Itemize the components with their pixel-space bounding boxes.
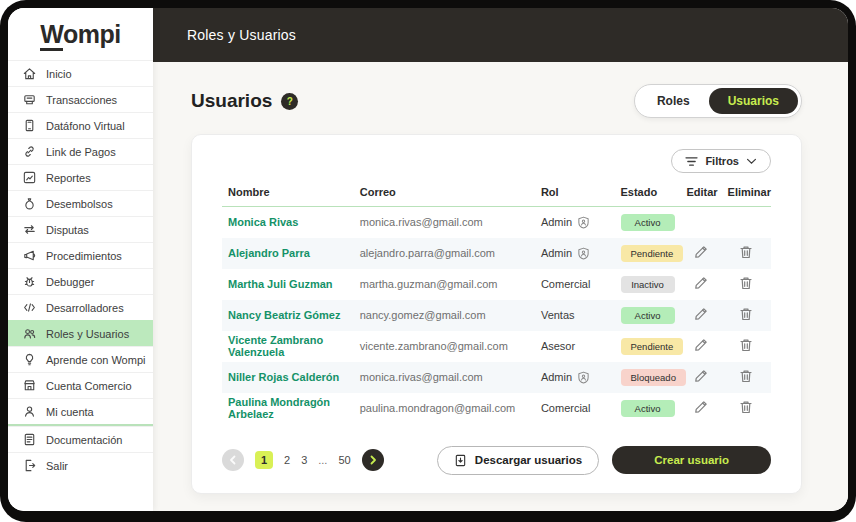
developers-icon: [22, 300, 37, 315]
user-name[interactable]: Alejandro Parra: [228, 247, 310, 259]
delete-button[interactable]: [737, 274, 755, 295]
table-row: Vicente Zambrano Valenzuela vicente.zamb…: [222, 331, 771, 362]
user-email: vicente.zambrano@gmail.com: [360, 340, 508, 352]
top-bar-title: Roles y Usuarios: [187, 27, 296, 43]
logout-icon: [22, 458, 37, 473]
col-header-nombre: Nombre: [222, 177, 354, 207]
logo-rest: ompi: [63, 20, 121, 48]
wompi-logo[interactable]: Wompi: [8, 8, 153, 60]
card-footer: 123...50 Descargar usuarios Crear usuari…: [222, 446, 771, 475]
user-name[interactable]: Monica Rivas: [228, 216, 298, 228]
table-row: Alejandro Parra alejandro.parra@gmail.co…: [222, 238, 771, 269]
download-users-button[interactable]: Descargar usuarios: [437, 446, 599, 475]
users-table-body: Monica Rivas monica.rivas@gmail.com Admi…: [222, 207, 771, 424]
page-title: Usuarios: [191, 90, 272, 112]
sidebar-item-reportes[interactable]: Reportes: [8, 164, 153, 190]
virtual-terminal-icon: [22, 118, 37, 133]
chevron-left-icon: [228, 455, 238, 465]
sidebar-item-aprende-con-wompi[interactable]: Aprende con Wompi: [8, 346, 153, 372]
trash-icon: [739, 400, 753, 414]
chevron-right-icon: [368, 455, 378, 465]
sidebar-item-transacciones[interactable]: Transacciones: [8, 86, 153, 112]
pagination-page: ...: [318, 454, 327, 466]
sidebar-item-cuenta-comercio[interactable]: Cuenta Comercio: [8, 372, 153, 398]
delete-button[interactable]: [737, 243, 755, 264]
user-name[interactable]: Paulina Mondragón Arbelaez: [228, 396, 330, 420]
pagination-prev-button[interactable]: [222, 449, 244, 471]
sidebar-item-link-de-pagos[interactable]: Link de Pagos: [8, 138, 153, 164]
pagination-page[interactable]: 3: [301, 454, 307, 466]
toggle-usuarios[interactable]: Usuarios: [709, 88, 798, 114]
admin-shield-icon: [577, 247, 590, 260]
edit-button[interactable]: [692, 398, 710, 419]
pencil-icon: [694, 245, 708, 259]
status-badge: Activo: [621, 400, 675, 417]
user-email: paulina.mondragon@gmail.com: [360, 402, 515, 414]
user-role: Comercial: [541, 278, 591, 290]
col-header-estado: Estado: [615, 177, 681, 207]
sidebar-item-desarrolladores[interactable]: Desarrolladores: [8, 294, 153, 320]
user-name[interactable]: Nancy Beatriz Gómez: [228, 309, 340, 321]
pencil-icon: [694, 338, 708, 352]
sidebar-item-datafono-virtual[interactable]: Datáfono Virtual: [8, 112, 153, 138]
edit-button[interactable]: [692, 305, 710, 326]
col-header-editar: Editar: [680, 177, 721, 207]
edit-button[interactable]: [692, 243, 710, 264]
edit-button[interactable]: [692, 274, 710, 295]
status-badge: Activo: [621, 307, 675, 324]
delete-button[interactable]: [737, 336, 755, 357]
user-role: Admin: [541, 371, 572, 383]
user-name[interactable]: Vicente Zambrano Valenzuela: [228, 334, 323, 358]
sidebar-item-disputas[interactable]: Disputas: [8, 216, 153, 242]
user-name[interactable]: Niller Rojas Calderón: [228, 371, 339, 383]
roles-users-icon: [22, 326, 37, 341]
sidebar-item-desembolsos[interactable]: Desembolsos: [8, 190, 153, 216]
table-row: Niller Rojas Calderón monica.rivas@gmail…: [222, 362, 771, 393]
delete-button[interactable]: [737, 398, 755, 419]
user-role: Admin: [541, 247, 572, 259]
user-email: alejandro.parra@gmail.com: [360, 247, 495, 259]
sidebar-item-inicio[interactable]: Inicio: [8, 60, 153, 86]
user-role: Comercial: [541, 402, 591, 414]
pagination-next-button[interactable]: [362, 449, 384, 471]
col-header-correo: Correo: [354, 177, 535, 207]
pagination: 123...50: [222, 449, 384, 471]
trash-icon: [739, 276, 753, 290]
roles-usuarios-toggle: Roles Usuarios: [634, 84, 802, 118]
sidebar: Wompi Inicio Transacciones Datáfono Virt…: [8, 8, 153, 511]
filter-icon: [685, 156, 698, 167]
pagination-page[interactable]: 2: [284, 454, 290, 466]
docs-icon: [22, 432, 37, 447]
table-row: Monica Rivas monica.rivas@gmail.com Admi…: [222, 207, 771, 238]
table-row: Paulina Mondragón Arbelaez paulina.mondr…: [222, 393, 771, 424]
user-name[interactable]: Martha Juli Guzman: [228, 278, 333, 290]
sidebar-item-procedimientos[interactable]: Procedimientos: [8, 242, 153, 268]
toggle-roles[interactable]: Roles: [638, 88, 709, 114]
table-row: Martha Juli Guzman martha.guzman@gmail.c…: [222, 269, 771, 300]
edit-button[interactable]: [692, 367, 710, 388]
pagination-page[interactable]: 1: [255, 451, 273, 469]
delete-button[interactable]: [737, 367, 755, 388]
help-icon[interactable]: ?: [281, 93, 298, 110]
app-window: Wompi Inicio Transacciones Datáfono Virt…: [8, 8, 848, 511]
status-badge: Pendiente: [621, 338, 684, 355]
sidebar-item-mi-cuenta[interactable]: Mi cuenta: [8, 398, 153, 424]
trash-icon: [739, 307, 753, 321]
store-icon: [22, 378, 37, 393]
sidebar-item-debugger[interactable]: Debugger: [8, 268, 153, 294]
pagination-page[interactable]: 50: [338, 454, 350, 466]
debugger-icon: [22, 274, 37, 289]
delete-button[interactable]: [737, 305, 755, 326]
home-icon: [22, 66, 37, 81]
sidebar-item-documentacion[interactable]: Documentación: [8, 426, 153, 452]
page-header: Usuarios ? Roles Usuarios: [191, 84, 802, 118]
procedures-icon: [22, 248, 37, 263]
filters-button[interactable]: Filtros: [671, 149, 771, 173]
sidebar-item-salir[interactable]: Salir: [8, 452, 153, 478]
edit-button[interactable]: [692, 336, 710, 357]
user-role: Ventas: [541, 309, 575, 321]
status-badge: Inactivo: [621, 276, 675, 293]
pagination-pages: 123...50: [255, 451, 351, 469]
sidebar-item-roles-y-usuarios[interactable]: Roles y Usuarios: [8, 320, 153, 346]
create-user-button[interactable]: Crear usuario: [612, 446, 771, 474]
